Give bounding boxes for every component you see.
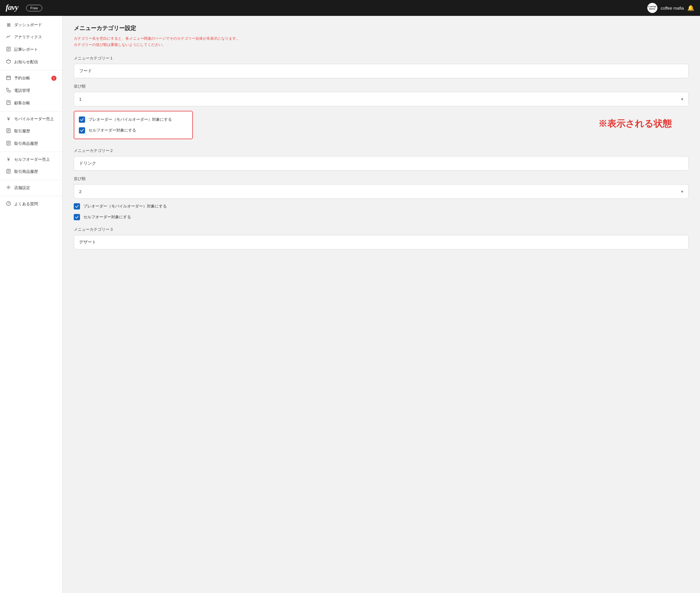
sidebar-item-customers[interactable]: 顧客台帳	[0, 97, 62, 109]
category-2-selforder-label: セルフオーダー対象にする	[83, 214, 131, 220]
sidebar-label-store-settings: 店舗設定	[14, 185, 30, 191]
self-transaction-items-icon	[6, 169, 11, 174]
category-2-checkbox-group: プレオーダー（モバイルオーダー）対象にする セルフオーダー対象にする	[74, 203, 689, 220]
category-1-checkbox-group: プレオーダー（モバイルオーダー）対象にする セルフオーダー対象にする	[74, 111, 193, 139]
sidebar-label-transaction-items: 取引商品履歴	[14, 141, 38, 146]
avatar: COFFEEMAFIA	[647, 3, 658, 13]
svg-point-26	[8, 187, 9, 188]
sidebar-item-transactions[interactable]: 取引履歴	[0, 125, 62, 137]
category-1-order-label: 並び順	[74, 84, 689, 89]
faq-icon: ?	[6, 201, 11, 207]
category-1-block: メニューカテゴリー１ 並び順 1 2 3 4 5 ▼	[74, 56, 689, 142]
sidebar-item-self-sales[interactable]: ¥ セルフオーダー売上	[0, 154, 62, 165]
divider-1	[0, 70, 62, 70]
category-2-name-input[interactable]	[74, 156, 689, 171]
category-2-selforder-item[interactable]: セルフオーダー対象にする	[74, 214, 689, 220]
transactions-icon	[6, 128, 11, 134]
category-1-label: メニューカテゴリー１	[74, 56, 689, 61]
category-1-order-select[interactable]: 1 2 3 4 5	[74, 92, 689, 106]
mobile-sales-icon: ¥	[6, 117, 11, 122]
sidebar-item-phone[interactable]: 電話管理	[0, 84, 62, 97]
category-1-preorder-label: プレオーダー（モバイルオーダー）対象にする	[88, 117, 172, 122]
category-2-order-wrapper: 1 2 3 4 5 ▼	[74, 184, 689, 199]
category-1-selforder-label: セルフオーダー対象にする	[88, 128, 136, 133]
reservation-icon	[6, 75, 11, 81]
category-2-block: メニューカテゴリー２ 並び順 1 2 3 4 5 ▼	[74, 148, 689, 220]
sidebar-item-transaction-items[interactable]: 取引商品履歴	[0, 137, 62, 150]
info-text: カテゴリー名を空白にすると、各メニュー関連のページでそのカテゴリー自体が非表示に…	[74, 35, 689, 48]
reservation-badge: 0	[51, 76, 57, 81]
sidebar-label-mobile-sales: モバイルオーダー売上	[14, 117, 54, 122]
svg-marker-5	[6, 60, 10, 64]
header: favy Free COFFEEMAFIA coffee mafia 🔔	[0, 0, 700, 16]
analytics-icon	[6, 34, 11, 40]
category-3-label: メニューカテゴリー３	[74, 227, 689, 232]
sidebar-item-store-settings[interactable]: 店舗設定	[0, 182, 62, 194]
sidebar-label-self-sales: セルフオーダー売上	[14, 157, 50, 162]
username: coffee mafia	[661, 6, 684, 10]
sidebar-item-analytics[interactable]: アナリティクス	[0, 31, 62, 43]
favy-logo: favy	[6, 3, 23, 13]
annotation-text: ※表示される状態	[598, 118, 672, 130]
notification-icon	[6, 59, 11, 65]
sidebar-item-notification[interactable]: お知らせ配信	[0, 56, 62, 68]
sidebar-item-reservation[interactable]: 予約台帳 0	[0, 72, 62, 84]
svg-rect-7	[6, 76, 10, 80]
svg-text:?: ?	[8, 202, 10, 205]
category-2-order-label: 並び順	[74, 176, 689, 182]
category-3-name-input[interactable]	[74, 235, 689, 249]
page-title: メニューカテゴリー設定	[74, 25, 689, 32]
phone-icon	[6, 88, 11, 93]
sidebar-item-self-transaction-items[interactable]: 取引商品履歴	[0, 165, 62, 178]
category-2-preorder-checkbox[interactable]	[74, 203, 80, 209]
self-sales-icon: ¥	[6, 157, 11, 162]
sidebar-label-dashboard: ダッシュボード	[14, 23, 42, 28]
transaction-items-icon	[6, 141, 11, 147]
category-3-block: メニューカテゴリー３	[74, 227, 689, 249]
sidebar-label-reservation: 予約台帳	[14, 76, 30, 81]
layout: ⊞ ダッシュボード アナリティクス 記事レポート お知らせ配信	[0, 16, 700, 593]
category-2-preorder-item[interactable]: プレオーダー（モバイルオーダー）対象にする	[74, 203, 689, 209]
header-right: COFFEEMAFIA coffee mafia 🔔	[647, 3, 694, 13]
article-report-icon	[6, 47, 11, 52]
store-settings-icon	[6, 185, 11, 191]
category-2-preorder-label: プレオーダー（モバイルオーダー）対象にする	[83, 204, 167, 209]
category-2-selforder-checkbox[interactable]	[74, 214, 80, 220]
sidebar-label-transactions: 取引履歴	[14, 129, 30, 134]
sidebar-label-article-report: 記事レポート	[14, 47, 38, 52]
main-content: メニューカテゴリー設定 カテゴリー名を空白にすると、各メニュー関連のページでその…	[63, 16, 700, 593]
sidebar-item-mobile-sales[interactable]: ¥ モバイルオーダー売上	[0, 113, 62, 125]
sidebar-item-dashboard[interactable]: ⊞ ダッシュボード	[0, 19, 62, 31]
category-1-preorder-checkbox[interactable]	[79, 117, 85, 123]
sidebar-item-faq[interactable]: ? よくある質問	[0, 198, 62, 210]
category-1-order-wrapper: 1 2 3 4 5 ▼	[74, 92, 689, 106]
sidebar-label-analytics: アナリティクス	[14, 35, 42, 40]
sidebar-label-phone: 電話管理	[14, 88, 30, 93]
category-1-selforder-item[interactable]: セルフオーダー対象にする	[79, 127, 188, 133]
category-2-label: メニューカテゴリー２	[74, 148, 689, 153]
sidebar: ⊞ ダッシュボード アナリティクス 記事レポート お知らせ配信	[0, 16, 63, 593]
category-1-preorder-item[interactable]: プレオーダー（モバイルオーダー）対象にする	[79, 117, 188, 123]
svg-text:favy: favy	[6, 3, 19, 12]
free-badge: Free	[26, 5, 42, 11]
divider-5	[0, 196, 62, 196]
sidebar-label-notification: お知らせ配信	[14, 60, 38, 65]
sidebar-item-article-report[interactable]: 記事レポート	[0, 43, 62, 56]
bell-icon[interactable]: 🔔	[687, 4, 694, 11]
header-left: favy Free	[6, 3, 42, 13]
category-2-order-select[interactable]: 1 2 3 4 5	[74, 184, 689, 199]
sidebar-label-faq: よくある質問	[14, 202, 38, 207]
sidebar-label-customers: 顧客台帳	[14, 101, 30, 106]
sidebar-label-self-transaction-items: 取引商品履歴	[14, 169, 38, 174]
customers-icon	[6, 100, 11, 106]
category-1-name-input[interactable]	[74, 64, 689, 78]
category-1-selforder-checkbox[interactable]	[79, 127, 85, 133]
dashboard-icon: ⊞	[6, 22, 11, 28]
divider-3	[0, 152, 62, 152]
